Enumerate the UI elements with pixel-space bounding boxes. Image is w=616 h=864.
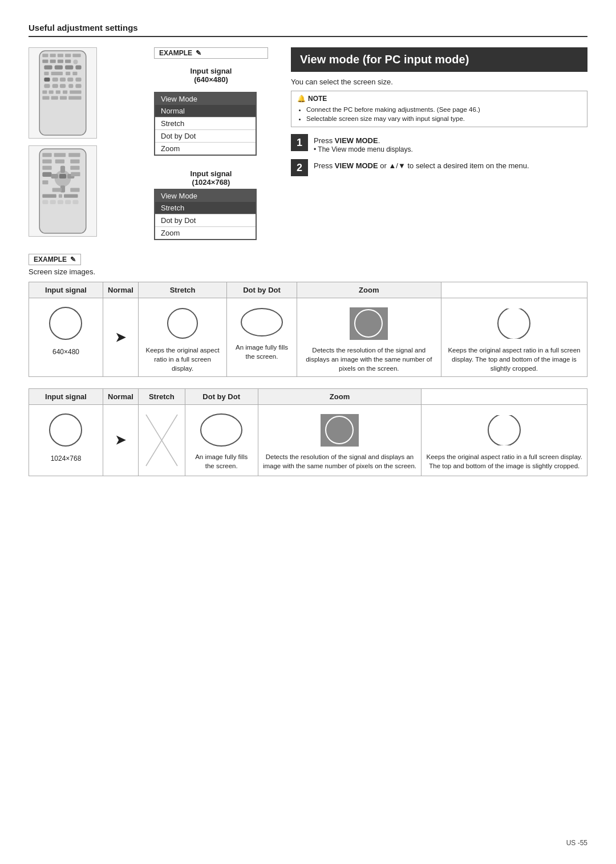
table1-normal-cell: Keeps the original aspect ratio in a ful… [138,298,226,377]
svg-rect-9 [65,59,71,63]
example-label-1: EXAMPLE ✎ [154,47,268,59]
note-icon: 🔔 [297,95,306,103]
svg-rect-81 [318,412,321,449]
svg-rect-4 [65,54,71,57]
svg-rect-71 [347,305,350,342]
section-title: Useful adjustment settings [29,23,587,37]
svg-rect-8 [58,59,63,63]
col-header-dotbydot-1: Dot by Dot [227,282,297,298]
svg-rect-43 [55,159,64,163]
table1-dotbydot-cell: Detects the resolution of the signal and… [297,298,441,377]
arrow-icon-1: ➤ [115,319,125,344]
example-label-main: EXAMPLE ✎ [29,254,81,265]
svg-rect-37 [68,96,81,100]
svg-rect-20 [52,78,58,82]
arrow-cell-1: ➤ [103,298,139,377]
menu-box-2: View Mode Stretch Dot by Dot Zoom [154,189,257,240]
col-header-dotbydot-2: Dot by Dot [185,389,258,405]
svg-rect-49 [60,166,65,173]
table1-stretch-cell: An image fully fills the screen. [227,298,297,377]
svg-point-67 [168,309,197,338]
svg-rect-58 [42,194,56,198]
table2-zoom-desc: Keeps the original aspect ratio in a ful… [426,452,582,470]
svg-rect-22 [67,78,73,82]
menu-header-2: View Mode [155,190,256,202]
svg-rect-12 [55,66,63,70]
svg-rect-7 [50,59,56,63]
menu-item-zoom-2: Zoom [155,227,256,239]
svg-rect-30 [49,90,54,94]
col-header-stretch-1: Stretch [138,282,226,298]
menu-item-dotbydot-2: Dot by Dot [155,214,256,227]
menu-item-stretch-2: Stretch [155,202,256,214]
table2-stretch-cell: An image fully fills the screen. [185,405,258,476]
menu-item-zoom-1: Zoom [155,143,256,155]
example-menus-col: EXAMPLE ✎ Input signal (640×480) View Mo… [154,47,268,240]
svg-rect-45 [42,166,51,170]
col-header-normal-2: Normal [103,389,139,405]
col-header-input-2: Input signal [29,389,103,405]
svg-rect-25 [52,84,58,88]
svg-point-78 [201,414,242,446]
note-item-1: Connect the PC before making adjustments… [306,105,581,114]
steps: 1 Press VIEW MODE. • The View mode menu … [291,134,587,176]
example-pencil-icon: ✎ [70,255,76,263]
remote-control-2 [29,145,97,237]
svg-rect-44 [70,159,79,163]
screen-size-label: Screen size images. [29,267,587,276]
svg-rect-14 [75,66,81,70]
svg-rect-29 [42,90,47,94]
svg-rect-64 [65,200,71,204]
svg-rect-17 [66,72,70,75]
page-number: US -55 [566,839,587,847]
svg-rect-18 [72,72,77,75]
table2-input-cell: 1024×768 [29,405,103,476]
menu-header-1: View Mode [155,93,256,105]
svg-rect-42 [42,159,51,163]
note-list: Connect the PC before making adjustments… [306,105,581,123]
svg-rect-65 [72,200,78,204]
col-header-zoom-1: Zoom [297,282,441,298]
svg-point-66 [50,307,82,339]
svg-rect-54 [71,172,80,176]
svg-rect-62 [50,200,56,204]
svg-rect-39 [42,153,51,157]
svg-rect-2 [50,54,56,57]
svg-rect-63 [58,200,63,204]
svg-rect-73 [493,309,536,339]
svg-rect-60 [64,194,78,198]
note-box: 🔔 NOTE Connect the PC before making adju… [291,91,587,127]
svg-rect-26 [60,84,66,88]
svg-rect-28 [75,84,81,88]
menu-item-stretch-1: Stretch [155,117,256,130]
table1-zoom-desc: Keeps the original aspect ratio in a ful… [446,346,582,373]
remote-controls-col [29,47,143,240]
step-num-2: 2 [291,159,308,176]
svg-rect-15 [44,72,48,75]
svg-point-75 [50,414,82,446]
example-section: EXAMPLE ✎ Screen size images. [29,254,587,276]
step-2: 2 Press VIEW MODE or ▲/▼ to select a des… [291,159,587,176]
svg-rect-35 [51,96,58,100]
col-header-stretch-2: Stretch [138,389,185,405]
step-1: 1 Press VIEW MODE. • The View mode menu … [291,134,587,153]
svg-point-74 [498,307,530,339]
view-mode-title: View mode (for PC input mode) [291,47,587,72]
svg-rect-82 [359,412,361,449]
svg-rect-23 [75,78,81,82]
arrow-cell-2: ➤ [103,405,139,476]
note-title: 🔔 NOTE [297,95,581,103]
svg-rect-47 [42,172,51,177]
svg-rect-32 [63,90,67,94]
col-header-input-1: Input signal [29,282,103,298]
svg-rect-59 [59,194,62,198]
table1-res: 640×480 [52,348,79,356]
table2-normal-cell [138,405,185,476]
svg-rect-46 [70,166,79,170]
table2-dotbydot-desc: Detects the resolution of the signal and… [263,452,417,470]
table2-zoom-cell: Keeps the original aspect ratio in a ful… [422,405,587,476]
svg-rect-24 [44,84,50,88]
svg-rect-41 [68,153,80,157]
svg-rect-53 [59,174,66,179]
table1-normal-desc: Keeps the original aspect ratio in a ful… [143,346,222,373]
